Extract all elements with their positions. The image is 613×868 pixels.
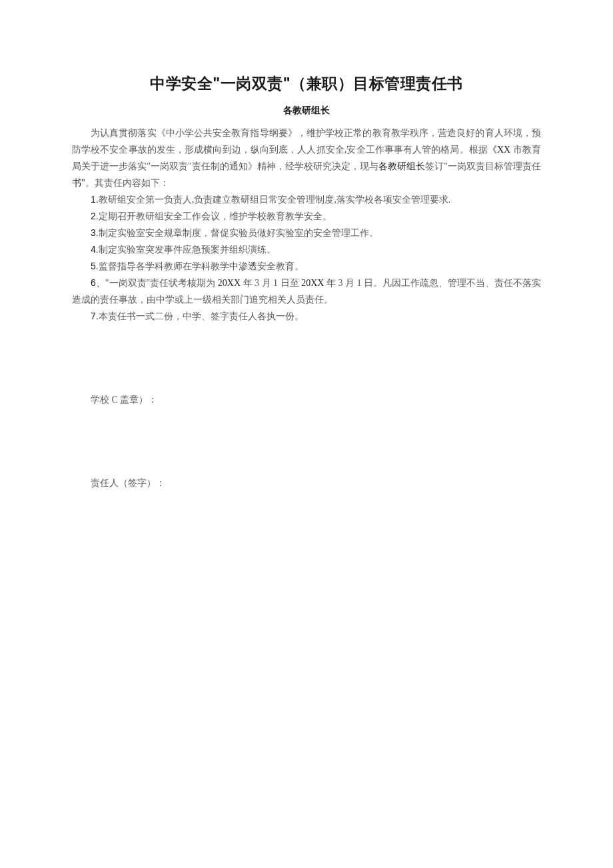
intro-text-3: 签订"一岗双责目标管理责任 bbox=[425, 161, 541, 171]
list-item: 3.制定实验室安全规章制度，督促实验员做好实验室的安全管理工作。 bbox=[72, 225, 541, 241]
item-number: 3. bbox=[91, 227, 99, 238]
item-text: 教研组安全第一负责人,负责建立教研组日常安全管理制度,落实学校各项安全管理要求. bbox=[99, 195, 451, 205]
list-item: 5.监督指导各学科教师在学科教学中渗透安全教育。 bbox=[72, 258, 541, 275]
item-number: 2. bbox=[91, 211, 99, 221]
intro-emph-1: 《XX bbox=[488, 145, 510, 155]
item-date-2: 20XX bbox=[301, 278, 324, 288]
intro-text-4: 。其责任内容如下： bbox=[85, 178, 169, 188]
item-number: 7. bbox=[91, 311, 99, 321]
document-title: 中学安全"一岗双责"（兼职）目标管理责任书 bbox=[72, 73, 541, 94]
school-seal-line: 学校 C 盖章）： bbox=[72, 391, 541, 408]
item-number: 1. bbox=[91, 194, 99, 205]
document-subtitle: 各教研组长 bbox=[72, 105, 541, 117]
list-item: 7.本责任书一式二份，中学、签字责任人各执一份。 bbox=[72, 308, 541, 325]
item-text: 制定实验室安全规章制度，督促实验员做好实验室的安全管理工作。 bbox=[99, 228, 378, 238]
intro-emph-2: 各教研组长 bbox=[378, 161, 425, 171]
item-number: 5. bbox=[91, 261, 99, 271]
item-text-part: 年 3 月 1 日至 bbox=[241, 278, 301, 288]
item-text-part: "一岗双责"责任状考核期为 bbox=[105, 278, 218, 288]
item-text: 本责任书一式二份，中学、签字责任人各执一份。 bbox=[99, 311, 304, 321]
intro-emph-3: 书" bbox=[72, 178, 85, 188]
item-number: 6、 bbox=[91, 277, 105, 288]
list-item: 6、"一岗双责"责任状考核期为 20XX 年 3 月 1 日至 20XX 年 3… bbox=[72, 275, 541, 308]
list-item: 2.定期召开教研组安全工作会议，维护学校教育教学安全。 bbox=[72, 208, 541, 225]
item-text: 监督指导各学科教师在学科教学中渗透安全教育。 bbox=[99, 261, 304, 271]
item-text: 定期召开教研组安全工作会议，维护学校教育教学安全。 bbox=[99, 211, 332, 221]
intro-paragraph: 为认真贯彻落实《中小学公共安全教育指导纲要》，维护学校正常的教育教学秩序，营造良… bbox=[72, 125, 541, 191]
list-item: 1.教研组安全第一负责人,负责建立教研组日常安全管理制度,落实学校各项安全管理要… bbox=[72, 191, 541, 208]
responsible-signature-line: 责任人（签字）： bbox=[72, 475, 541, 491]
item-date-1: 20XX bbox=[218, 278, 241, 288]
item-text: 制定实验室突发事件应急预案并组织演练。 bbox=[99, 245, 276, 255]
item-number: 4. bbox=[91, 244, 99, 255]
intro-text-1: 为认真贯彻落实《中小学公共安全教育指导纲要》，维护学校正常的教育教学秩序，营造良… bbox=[72, 128, 541, 155]
list-item: 4.制定实验室突发事件应急预案并组织演练。 bbox=[72, 241, 541, 258]
